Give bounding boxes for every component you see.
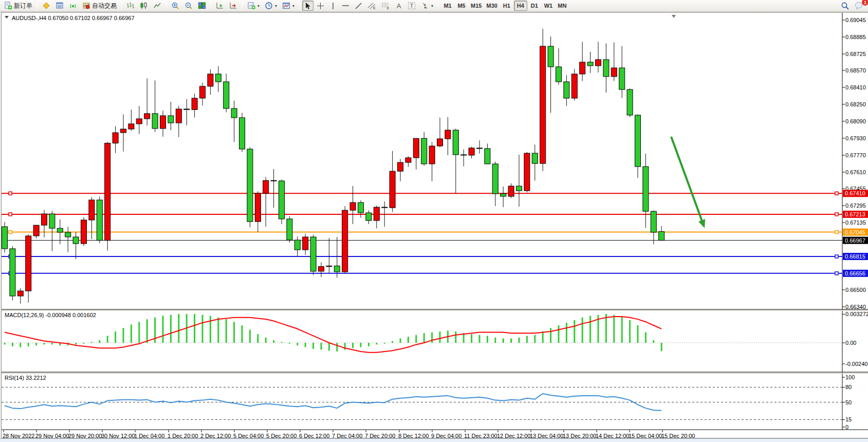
tile-windows-button[interactable]: [196, 1, 208, 11]
timeframe-button-m15[interactable]: M15: [469, 1, 484, 11]
market-watch-button[interactable]: [40, 1, 52, 11]
new-order-button[interactable]: 新订单: [2, 1, 34, 11]
data-window-button[interactable]: [53, 1, 66, 11]
candlestick-chart-button[interactable]: [138, 1, 150, 11]
level-handle[interactable]: [835, 213, 838, 216]
level-handle[interactable]: [835, 231, 838, 234]
chart-title: AUDUSD-,H4 0.67050 0.67102 0.66967 0.669…: [12, 15, 135, 21]
rsi-axis-label: 100: [845, 374, 855, 380]
candle-body: [501, 194, 506, 196]
period-clock-button[interactable]: ▾: [263, 1, 279, 11]
candle-body: [564, 82, 569, 98]
panel-splitter[interactable]: [2, 373, 868, 374]
panel-splitter[interactable]: [2, 310, 868, 311]
candle-body: [271, 180, 276, 181]
fibonacci-tool-button[interactable]: F: [379, 1, 392, 11]
candle-body: [73, 237, 79, 244]
candle-body: [310, 237, 316, 271]
chart-canvas[interactable]: 0.690450.688850.687250.685700.684100.682…: [2, 13, 868, 439]
chart-shift-button[interactable]: [227, 1, 239, 11]
candle-body: [57, 228, 63, 232]
channel-tool-button[interactable]: E: [365, 1, 378, 11]
timeframe-button-m30[interactable]: M30: [484, 1, 499, 11]
level-handle[interactable]: [9, 231, 12, 234]
candle-body: [184, 109, 190, 109]
candle-body: [128, 124, 134, 129]
timeframe-button-d1[interactable]: D1: [528, 1, 541, 11]
trendline-tool-button[interactable]: [353, 1, 364, 11]
timeframe-button-m1[interactable]: M1: [441, 1, 454, 11]
candle-body: [619, 68, 625, 89]
panel-bg[interactable]: [2, 374, 842, 430]
candle-body: [239, 118, 245, 149]
chart-window[interactable]: 0.690450.688850.687250.685700.684100.682…: [1, 12, 868, 438]
timeframe-button-mn[interactable]: MN: [556, 1, 569, 11]
tile-windows-icon: [198, 2, 206, 10]
candle-body: [421, 138, 427, 164]
timeframe-button-m5[interactable]: M5: [455, 1, 468, 11]
navigator-button[interactable]: [67, 1, 79, 11]
level-handle[interactable]: [9, 213, 12, 216]
text-label-icon: T: [408, 2, 416, 10]
auto-scroll-icon: [216, 2, 224, 10]
chart-shift-icon: [229, 2, 237, 10]
notifications-button[interactable]: 1: [853, 1, 866, 11]
price-axis[interactable]: 0.690450.688850.687250.685700.684100.682…: [842, 17, 866, 310]
level-handle[interactable]: [835, 272, 838, 275]
price-badge-label: 0.66656: [845, 270, 865, 277]
dropdown-arrow-icon: ▾: [257, 4, 260, 8]
price-badge-label: 0.66967: [845, 237, 865, 244]
rsi-axis-label: 15: [845, 416, 852, 422]
vertical-line-tool-button[interactable]: [327, 1, 339, 11]
candle-body: [303, 237, 308, 250]
level-handle[interactable]: [9, 192, 12, 195]
crosshair-tool-button[interactable]: [315, 1, 326, 11]
timeframe-button-h4[interactable]: H4: [514, 1, 527, 11]
template-profile-button[interactable]: ▾: [280, 1, 297, 11]
time-axis[interactable]: 28 Nov 202229 Nov 04:0029 Nov 20:0030 No…: [3, 430, 695, 439]
candle-body: [294, 240, 300, 250]
price-axis-label: 0.68725: [845, 51, 866, 57]
candle-body: [152, 114, 158, 128]
candle-body: [429, 146, 435, 164]
candle-body: [390, 171, 395, 208]
vertical-line-icon: [329, 2, 337, 10]
candle-body: [176, 109, 181, 123]
candle-body: [587, 62, 593, 66]
text-label-tool-button[interactable]: T: [405, 1, 418, 11]
new-order-icon: [4, 2, 12, 10]
panel-bg[interactable]: [2, 311, 842, 372]
toolbar-separator: [120, 1, 123, 11]
candle-body: [548, 46, 553, 67]
price-badge-label: 0.67213: [845, 211, 865, 217]
zoom-in-button[interactable]: [169, 1, 181, 11]
candle-body: [42, 214, 47, 225]
cursor-tool-button[interactable]: [302, 1, 313, 11]
auto-scroll-button[interactable]: [214, 1, 226, 11]
horizontal-line-tool-button[interactable]: [340, 1, 352, 11]
price-badge-label: 0.67410: [845, 190, 865, 196]
candle-body: [255, 193, 261, 222]
candle-body: [10, 249, 15, 296]
timeframe-button-w1[interactable]: W1: [542, 1, 555, 11]
dropdown-arrow-icon: ▾: [292, 4, 294, 8]
dropdown-arrow-icon: ▾: [275, 4, 277, 8]
autotrading-button[interactable]: 自动交易: [80, 1, 119, 11]
new-chart-button[interactable]: ▾: [245, 1, 262, 11]
candle-body: [326, 266, 332, 266]
timeframe-button-h1[interactable]: H1: [500, 1, 513, 11]
price-axis-label: 0.67930: [845, 135, 866, 141]
horizontal-line-icon: [342, 2, 349, 9]
bar-chart-button[interactable]: [124, 1, 137, 11]
zoom-out-button[interactable]: [182, 1, 195, 11]
candle-body: [532, 153, 538, 163]
text-tool-button[interactable]: A: [393, 1, 404, 11]
level-handle[interactable]: [835, 255, 838, 258]
clock-icon: [265, 2, 273, 10]
level-handle[interactable]: [835, 192, 838, 195]
candle-body: [358, 202, 364, 213]
arrows-tool-button[interactable]: ▾: [419, 1, 435, 11]
line-chart-button[interactable]: [151, 1, 163, 11]
candle-body: [469, 148, 474, 155]
search-button[interactable]: [839, 1, 852, 11]
